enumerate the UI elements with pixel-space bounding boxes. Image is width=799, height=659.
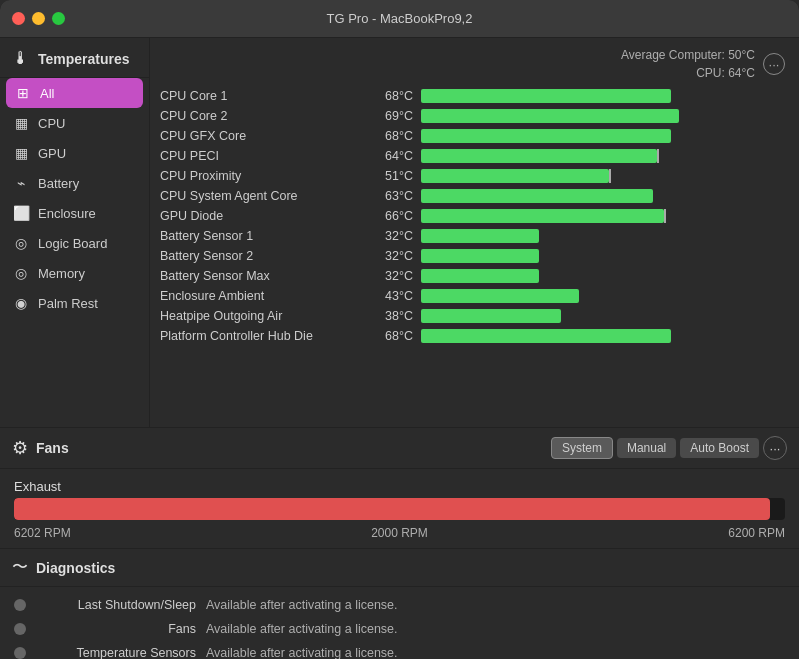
temp-bar-tick (664, 209, 666, 223)
temp-value: 38°C (368, 309, 413, 323)
temp-name: CPU System Agent Core (160, 189, 360, 203)
diagnostics-icon: 〜 (12, 557, 28, 578)
all-icon: ⊞ (14, 85, 32, 101)
logicboard-icon: ◎ (12, 235, 30, 251)
cpu-label: CPU: (696, 66, 728, 80)
sidebar-item-enclosure[interactable]: ⬜Enclosure (0, 198, 149, 228)
avg-label: Average Computer: (621, 48, 728, 62)
titlebar: TG Pro - MacBookPro9,2 (0, 0, 799, 38)
sidebar-item-label-memory: Memory (38, 266, 85, 281)
diag-dot (14, 623, 26, 635)
sidebar-item-all[interactable]: ⊞All (6, 78, 143, 108)
avg-info: Average Computer: 50°C CPU: 64°C (621, 46, 755, 82)
temp-name: CPU Core 2 (160, 109, 360, 123)
diag-dot (14, 647, 26, 659)
temp-name: Battery Sensor 1 (160, 229, 360, 243)
temp-value: 32°C (368, 229, 413, 243)
fans-body: Exhaust 6202 RPM 2000 RPM 6200 RPM (0, 469, 799, 548)
temp-bar (421, 309, 561, 323)
fan-rpm-row: 6202 RPM 2000 RPM 6200 RPM (14, 526, 785, 540)
temp-bar-container (421, 89, 789, 103)
gpu-icon: ▦ (12, 145, 30, 161)
sidebar-title: Temperatures (38, 51, 130, 67)
sidebar-item-label-logicboard: Logic Board (38, 236, 107, 251)
temp-bar (421, 89, 671, 103)
temp-row: Battery Sensor 132°C (160, 226, 789, 246)
palmrest-icon: ◉ (12, 295, 30, 311)
temp-bar-container (421, 269, 789, 283)
temp-name: CPU Core 1 (160, 89, 360, 103)
cpu-line: CPU: 64°C (621, 64, 755, 82)
fan-rpm-max: 6200 RPM (728, 526, 785, 540)
temps-list: CPU Core 168°CCPU Core 269°CCPU GFX Core… (150, 86, 799, 427)
temp-bar (421, 109, 679, 123)
temp-row: Enclosure Ambient43°C (160, 286, 789, 306)
temp-bar (421, 249, 539, 263)
fan-bar (14, 498, 770, 520)
fans-manual-button[interactable]: Manual (617, 438, 676, 458)
sidebar-item-label-all: All (40, 86, 54, 101)
maximize-button[interactable] (52, 12, 65, 25)
sidebar-header: 🌡 Temperatures (0, 38, 149, 78)
minimize-button[interactable] (32, 12, 45, 25)
sidebar-item-label-enclosure: Enclosure (38, 206, 96, 221)
fans-system-button[interactable]: System (551, 437, 613, 459)
temp-row: CPU Core 269°C (160, 106, 789, 126)
diagnostics-section: 〜 Diagnostics Last Shutdown/SleepAvailab… (0, 549, 799, 659)
sidebar-items-container: ⊞All▦CPU▦GPU⌁Battery⬜Enclosure◎Logic Boa… (0, 78, 149, 318)
diag-row: Last Shutdown/SleepAvailable after activ… (14, 593, 785, 617)
temps-header: Average Computer: 50°C CPU: 64°C ··· (150, 38, 799, 86)
diag-item-name: Last Shutdown/Sleep (36, 598, 196, 612)
fan-rpm-min: 2000 RPM (371, 526, 428, 540)
temp-name: GPU Diode (160, 209, 360, 223)
temp-row: Platform Controller Hub Die68°C (160, 326, 789, 346)
temp-row: GPU Diode66°C (160, 206, 789, 226)
temp-bar (421, 269, 539, 283)
temp-bar-container (421, 129, 789, 143)
diagnostics-header: 〜 Diagnostics (0, 549, 799, 587)
diag-item-value: Available after activating a license. (206, 598, 398, 612)
temp-value: 51°C (368, 169, 413, 183)
fans-header: ⚙ Fans System Manual Auto Boost ··· (0, 428, 799, 469)
main-content: 🌡 Temperatures ⊞All▦CPU▦GPU⌁Battery⬜Encl… (0, 38, 799, 659)
sidebar-item-palmrest[interactable]: ◉Palm Rest (0, 288, 149, 318)
temp-name: Battery Sensor Max (160, 269, 360, 283)
temp-bar-container (421, 229, 789, 243)
cpu-value: 64°C (728, 66, 755, 80)
temp-row: CPU Core 168°C (160, 86, 789, 106)
temp-row: CPU System Agent Core63°C (160, 186, 789, 206)
temp-bar (421, 289, 579, 303)
temp-bar (421, 209, 664, 223)
temp-value: 68°C (368, 129, 413, 143)
fans-more-button[interactable]: ··· (763, 436, 787, 460)
temp-name: CPU GFX Core (160, 129, 360, 143)
close-button[interactable] (12, 12, 25, 25)
avg-computer-line: Average Computer: 50°C (621, 46, 755, 64)
memory-icon: ◎ (12, 265, 30, 281)
window-title: TG Pro - MacBookPro9,2 (327, 11, 473, 26)
temp-value: 68°C (368, 329, 413, 343)
sidebar-item-memory[interactable]: ◎Memory (0, 258, 149, 288)
temp-bar-container (421, 209, 789, 223)
temps-more-button[interactable]: ··· (763, 53, 785, 75)
sidebar-item-battery[interactable]: ⌁Battery (0, 168, 149, 198)
sidebar-item-cpu[interactable]: ▦CPU (0, 108, 149, 138)
temp-bar-container (421, 109, 789, 123)
temp-name: CPU PECI (160, 149, 360, 163)
sidebar: 🌡 Temperatures ⊞All▦CPU▦GPU⌁Battery⬜Encl… (0, 38, 150, 427)
sidebar-item-gpu[interactable]: ▦GPU (0, 138, 149, 168)
temp-bar (421, 169, 609, 183)
sidebar-item-logicboard[interactable]: ◎Logic Board (0, 228, 149, 258)
top-section: 🌡 Temperatures ⊞All▦CPU▦GPU⌁Battery⬜Encl… (0, 38, 799, 428)
diag-item-value: Available after activating a license. (206, 646, 398, 659)
temp-value: 32°C (368, 249, 413, 263)
temp-row: Heatpipe Outgoing Air38°C (160, 306, 789, 326)
diag-item-value: Available after activating a license. (206, 622, 398, 636)
fans-autoboost-button[interactable]: Auto Boost (680, 438, 759, 458)
sidebar-item-label-battery: Battery (38, 176, 79, 191)
cpu-icon: ▦ (12, 115, 30, 131)
battery-icon: ⌁ (12, 175, 30, 191)
temps-panel: Average Computer: 50°C CPU: 64°C ··· CPU… (150, 38, 799, 427)
fan-name: Exhaust (14, 479, 785, 494)
temp-name: Enclosure Ambient (160, 289, 360, 303)
